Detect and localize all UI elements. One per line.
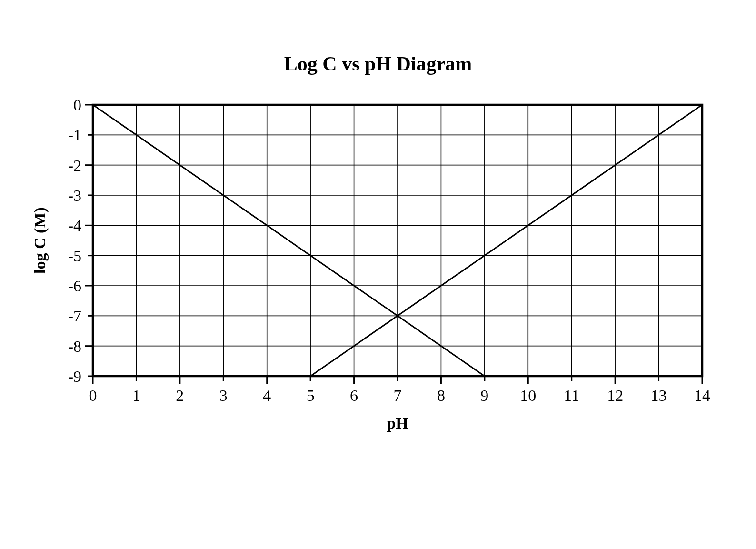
y-tick-label: -5 bbox=[68, 247, 81, 265]
x-tick-label: 3 bbox=[219, 387, 228, 404]
x-tick-label: 11 bbox=[564, 387, 579, 404]
x-tick-label: 4 bbox=[263, 387, 271, 404]
x-tick-label: 2 bbox=[176, 387, 184, 404]
x-tick-label: 13 bbox=[651, 387, 667, 404]
x-tick-label: 10 bbox=[520, 387, 536, 404]
x-axis-title: pH bbox=[387, 414, 408, 432]
y-axis-title: log C (M) bbox=[31, 207, 49, 274]
series-line bbox=[93, 105, 485, 376]
x-tick-label: 5 bbox=[307, 387, 315, 404]
y-tick-label: -6 bbox=[68, 277, 81, 295]
y-tick-label: -2 bbox=[68, 157, 81, 174]
y-tick-label: -9 bbox=[68, 368, 81, 385]
x-tick-label: 7 bbox=[394, 387, 402, 404]
chart-plot: 012345678910111213140-1-2-3-4-5-6-7-8-9p… bbox=[0, 0, 756, 549]
x-tick-label: 0 bbox=[89, 387, 97, 404]
y-tick-label: -3 bbox=[68, 187, 81, 204]
y-tick-label: -4 bbox=[68, 217, 81, 234]
y-tick-label: -7 bbox=[68, 307, 81, 325]
x-tick-label: 12 bbox=[607, 387, 623, 404]
series-line bbox=[310, 105, 702, 376]
y-tick-label: 0 bbox=[73, 96, 81, 114]
y-tick-label: -8 bbox=[68, 338, 81, 355]
x-tick-label: 14 bbox=[694, 387, 710, 404]
x-tick-label: 1 bbox=[132, 387, 140, 404]
x-tick-label: 8 bbox=[437, 387, 445, 404]
x-tick-label: 6 bbox=[350, 387, 358, 404]
x-tick-label: 9 bbox=[480, 387, 488, 404]
y-tick-label: -1 bbox=[68, 126, 81, 144]
